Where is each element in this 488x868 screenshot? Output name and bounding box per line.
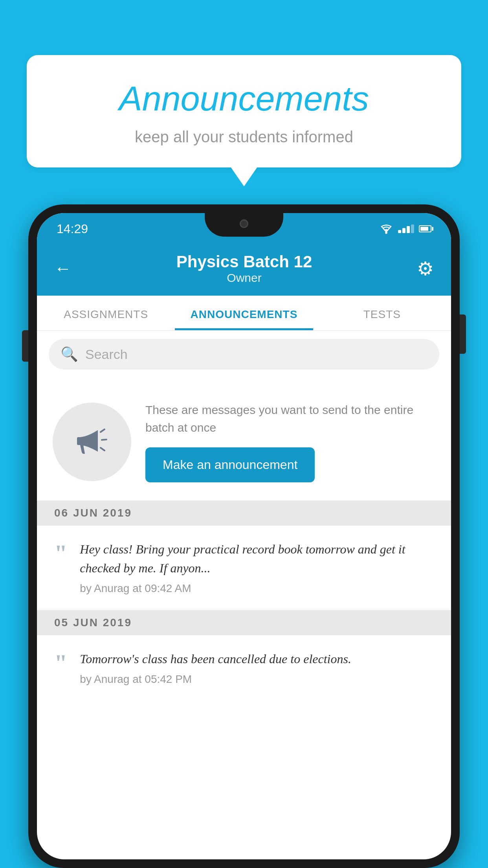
announcement-meta-1: by Anurag at 09:42 AM bbox=[80, 582, 434, 595]
speech-bubble-section: Announcements keep all your students inf… bbox=[27, 55, 461, 167]
announcement-meta-2: by Anurag at 05:42 PM bbox=[80, 673, 434, 686]
phone-inner: 14:29 bbox=[37, 213, 451, 859]
date-separator-1: 06 JUN 2019 bbox=[37, 500, 451, 526]
svg-point-0 bbox=[385, 232, 387, 234]
batch-title: Physics Batch 12 bbox=[176, 252, 312, 271]
announcement-text-2: Tomorrow's class has been cancelled due … bbox=[80, 649, 434, 668]
tab-tests[interactable]: TESTS bbox=[313, 296, 451, 330]
announcement-text-1: Hey class! Bring your practical record b… bbox=[80, 540, 434, 577]
header-center: Physics Batch 12 Owner bbox=[176, 252, 312, 285]
search-placeholder: Search bbox=[85, 347, 128, 362]
announcement-item-2[interactable]: " Tomorrow's class has been cancelled du… bbox=[37, 635, 451, 700]
battery-icon bbox=[419, 225, 431, 232]
bubble-title: Announcements bbox=[50, 79, 438, 119]
announcement-item-1[interactable]: " Hey class! Bring your practical record… bbox=[37, 526, 451, 609]
status-time: 14:29 bbox=[57, 222, 88, 236]
tabs-bar: ASSIGNMENTS ANNOUNCEMENTS TESTS bbox=[37, 296, 451, 331]
tab-announcements[interactable]: ANNOUNCEMENTS bbox=[175, 296, 313, 330]
svg-rect-1 bbox=[77, 437, 81, 445]
status-icons bbox=[379, 223, 431, 234]
wifi-icon bbox=[379, 223, 393, 234]
settings-button[interactable]: ⚙ bbox=[417, 257, 434, 280]
make-announcement-button[interactable]: Make an announcement bbox=[145, 447, 315, 482]
megaphone-icon bbox=[72, 422, 112, 462]
announcement-body-1: Hey class! Bring your practical record b… bbox=[80, 540, 434, 595]
search-container: 🔍 Search bbox=[37, 331, 451, 377]
phone-wrapper: 14:29 bbox=[28, 204, 460, 868]
bubble-subtitle: keep all your students informed bbox=[50, 128, 438, 146]
signal-bars bbox=[398, 224, 414, 233]
search-bar[interactable]: 🔍 Search bbox=[49, 339, 439, 370]
quote-icon-1: " bbox=[54, 541, 67, 565]
tab-assignments[interactable]: ASSIGNMENTS bbox=[37, 296, 175, 330]
announcement-body-2: Tomorrow's class has been cancelled due … bbox=[80, 649, 434, 686]
megaphone-circle bbox=[53, 403, 131, 481]
notch-camera bbox=[240, 219, 248, 228]
cta-description: These are messages you want to send to t… bbox=[145, 401, 435, 436]
cta-right: These are messages you want to send to t… bbox=[145, 401, 435, 482]
svg-line-2 bbox=[101, 429, 105, 432]
phone-outer: 14:29 bbox=[28, 204, 460, 868]
phone-notch bbox=[205, 213, 283, 237]
speech-bubble: Announcements keep all your students inf… bbox=[27, 55, 461, 167]
svg-line-3 bbox=[102, 440, 106, 440]
batch-role: Owner bbox=[176, 271, 312, 285]
quote-icon-2: " bbox=[54, 651, 67, 675]
back-button[interactable]: ← bbox=[54, 259, 72, 278]
svg-line-4 bbox=[101, 448, 105, 451]
date-separator-2: 05 JUN 2019 bbox=[37, 610, 451, 635]
search-icon: 🔍 bbox=[61, 346, 78, 362]
cta-card: These are messages you want to send to t… bbox=[37, 384, 451, 500]
app-header: ← Physics Batch 12 Owner ⚙ bbox=[37, 241, 451, 296]
